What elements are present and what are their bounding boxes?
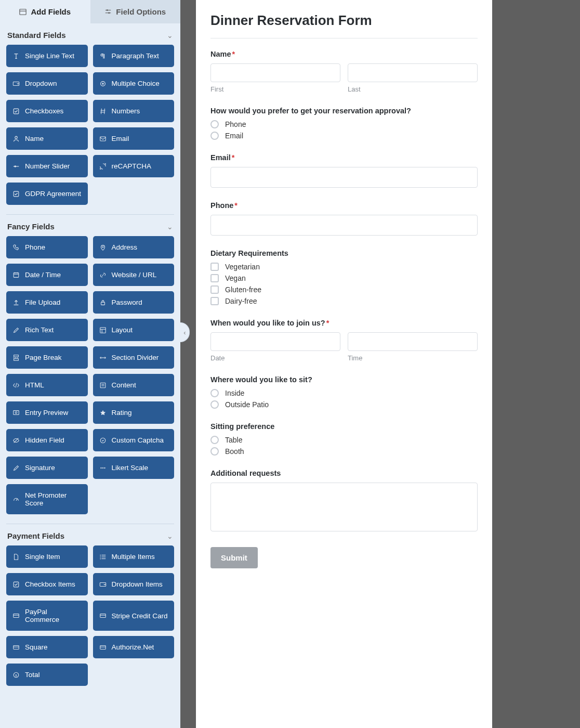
field-checkbox-items[interactable]: Checkbox Items — [6, 573, 88, 595]
option-label: Outside Patio — [225, 400, 269, 409]
field-section-divider[interactable]: Section Divider — [93, 346, 175, 369]
tab-add-fields[interactable]: Add Fields — [0, 0, 90, 23]
pagebreak-icon — [12, 354, 20, 361]
option-inside[interactable]: Inside — [210, 389, 478, 397]
field-email[interactable]: Email — [93, 127, 175, 150]
svg-point-37 — [104, 467, 105, 468]
field-single-line-text[interactable]: Single Line Text — [6, 45, 88, 67]
when-time-input[interactable] — [348, 332, 478, 351]
grid-standard: Single Line TextParagraph TextDropdownMu… — [0, 45, 180, 214]
field-total[interactable]: $Total — [6, 664, 88, 686]
field-phone[interactable]: Phone — [6, 236, 88, 258]
email-input[interactable] — [210, 167, 478, 188]
field-signature[interactable]: Signature — [6, 457, 88, 479]
field-likert-scale[interactable]: Likert Scale — [93, 457, 175, 479]
option-label: Table — [225, 436, 242, 444]
field-paragraph-text[interactable]: Paragraph Text — [93, 45, 175, 67]
field-custom-captcha[interactable]: Custom Captcha — [93, 429, 175, 451]
radio-icon[interactable] — [210, 436, 219, 444]
field-multiple-items[interactable]: Multiple Items — [93, 545, 175, 568]
field-html[interactable]: HTML — [6, 374, 88, 396]
name-last-input[interactable] — [348, 63, 478, 82]
svg-line-38 — [16, 499, 18, 501]
option-vegan[interactable]: Vegan — [210, 274, 478, 282]
checkbox-icon[interactable] — [210, 274, 219, 282]
option-gluten-free[interactable]: Gluten-free — [210, 285, 478, 294]
option-email[interactable]: Email — [210, 132, 478, 140]
option-booth[interactable]: Booth — [210, 447, 478, 456]
field-address[interactable]: Address — [93, 236, 175, 258]
field-layout[interactable]: Layout — [93, 319, 175, 341]
option-outside-patio[interactable]: Outside Patio — [210, 400, 478, 409]
option-phone[interactable]: Phone — [210, 120, 478, 128]
preview-icon — [12, 409, 20, 417]
field-square[interactable]: Square — [6, 636, 88, 658]
layout-icon — [99, 327, 107, 334]
section-payment-header[interactable]: Payment Fields ⌄ — [0, 524, 180, 545]
field-entry-preview[interactable]: Entry Preview — [6, 401, 88, 424]
section-fancy-header[interactable]: Fancy Fields ⌄ — [0, 215, 180, 236]
field-recaptcha[interactable]: reCAPTCHA — [93, 155, 175, 177]
submit-button[interactable]: Submit — [210, 547, 258, 568]
radio-icon[interactable] — [210, 447, 219, 456]
tab-add-fields-label: Add Fields — [31, 7, 71, 16]
field-label: Checkbox Items — [25, 580, 75, 588]
checkbox-icon — [12, 108, 20, 115]
svg-rect-53 — [100, 645, 106, 649]
checkbox-icon[interactable] — [210, 285, 219, 294]
option-dairy-free[interactable]: Dairy-free — [210, 297, 478, 305]
text-icon — [12, 53, 20, 60]
radio-icon[interactable] — [210, 132, 219, 140]
field-dropdown-items[interactable]: Dropdown Items — [93, 573, 175, 595]
name-first-input[interactable] — [210, 63, 340, 82]
field-multiple-choice[interactable]: Multiple Choice — [93, 72, 175, 95]
field-name[interactable]: Name — [6, 127, 88, 150]
section-standard-header[interactable]: Standard Fields ⌄ — [0, 23, 180, 45]
field-single-item[interactable]: Single Item — [6, 545, 88, 568]
option-table[interactable]: Table — [210, 436, 478, 444]
radio-icon[interactable] — [210, 400, 219, 409]
checkbox-icon[interactable] — [210, 263, 219, 271]
phone-input[interactable] — [210, 215, 478, 236]
field-content[interactable]: Content — [93, 374, 175, 396]
field-sitting[interactable]: Sitting preference TableBooth — [210, 422, 478, 456]
sitting-label: Sitting preference — [210, 422, 478, 431]
checkbox-icon[interactable] — [210, 297, 219, 305]
field-gdpr-agreement[interactable]: GDPR Agreement — [6, 183, 88, 205]
section-fancy-title: Fancy Fields — [7, 222, 55, 231]
field-checkboxes[interactable]: Checkboxes — [6, 100, 88, 122]
radio-icon[interactable] — [210, 389, 219, 397]
additional-textarea[interactable] — [210, 483, 478, 531]
field-hidden-field[interactable]: Hidden Field — [6, 429, 88, 451]
field-when[interactable]: When would you like to join us?* Date Ti… — [210, 319, 478, 362]
field-rating[interactable]: Rating — [93, 401, 175, 424]
field-phone[interactable]: Phone* — [210, 201, 478, 236]
field-where[interactable]: Where would you like to sit? InsideOutsi… — [210, 375, 478, 409]
when-date-input[interactable] — [210, 332, 340, 351]
field-rich-text[interactable]: Rich Text — [6, 319, 88, 341]
option-vegetarian[interactable]: Vegetarian — [210, 263, 478, 271]
pencil-icon — [12, 327, 20, 334]
field-date-time[interactable]: Date / Time — [6, 264, 88, 286]
tab-field-options[interactable]: Field Options — [90, 0, 181, 23]
field-website-url[interactable]: Website / URL — [93, 264, 175, 286]
field-numbers[interactable]: Numbers — [93, 100, 175, 122]
calendar-icon — [12, 271, 20, 279]
field-authorize-net[interactable]: Authorize.Net — [93, 636, 175, 658]
field-net-promoter-score[interactable]: Net Promoter Score — [6, 484, 88, 514]
field-dropdown[interactable]: Dropdown — [6, 72, 88, 95]
field-page-break[interactable]: Page Break — [6, 346, 88, 369]
field-stripe-credit-card[interactable]: Stripe Credit Card — [93, 601, 175, 631]
field-file-upload[interactable]: File Upload — [6, 291, 88, 314]
field-dietary[interactable]: Dietary Requirements VegetarianVeganGlut… — [210, 249, 478, 305]
when-label: When would you like to join us?* — [210, 319, 478, 327]
field-password[interactable]: Password — [93, 291, 175, 314]
field-email[interactable]: Email* — [210, 153, 478, 188]
field-number-slider[interactable]: Number Slider — [6, 155, 88, 177]
svg-rect-47 — [14, 614, 19, 618]
field-paypal-commerce[interactable]: PayPal Commerce — [6, 601, 88, 631]
field-approval[interactable]: How would you prefer to get your reserva… — [210, 107, 478, 140]
field-name[interactable]: Name* First Last — [210, 50, 478, 93]
radio-icon[interactable] — [210, 120, 219, 128]
field-additional[interactable]: Additional requests — [210, 469, 478, 534]
